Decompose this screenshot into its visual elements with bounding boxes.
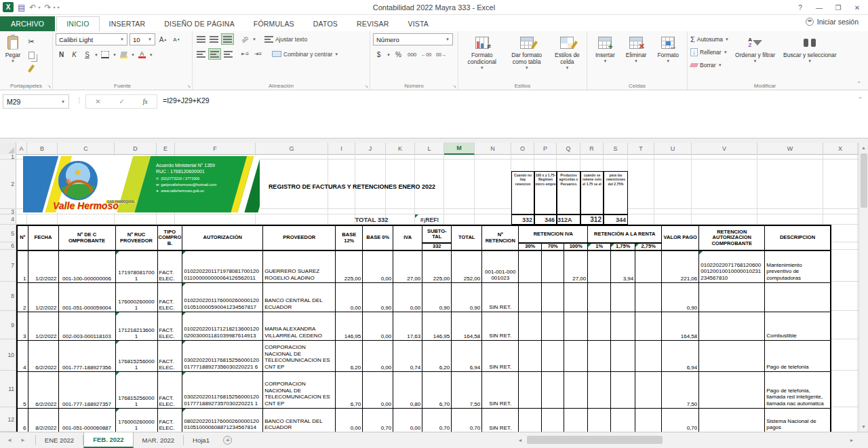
cell-subtotal[interactable]: 6,20	[422, 340, 452, 371]
cell-proveedor[interactable]: BANCO CENTRAL DEL ECUADOR	[263, 282, 336, 312]
fill-color-icon[interactable]	[118, 49, 130, 60]
column-header-u[interactable]: U	[654, 143, 692, 155]
sort-filter-button[interactable]: AZ Ordenar y filtrar▼	[733, 33, 777, 71]
autosum-button[interactable]: Σ Autosuma▼	[690, 33, 729, 45]
cell-autorizacion[interactable]: 0102202201176000260000120010510000590041…	[182, 282, 263, 312]
cell-descripcion[interactable]: Pago de telefonia	[765, 340, 831, 371]
cell-valor_pago[interactable]: 0,90	[662, 282, 699, 312]
cell-p1[interactable]	[588, 250, 611, 282]
italic-button[interactable]: K	[68, 49, 80, 60]
cell-total[interactable]: 0,70	[452, 408, 482, 432]
clear-button[interactable]: Borrar▼	[690, 59, 729, 71]
cell-r70[interactable]	[542, 408, 564, 432]
cell-p175[interactable]	[611, 340, 635, 371]
cell-r30[interactable]	[519, 340, 542, 371]
cell-p175[interactable]: 3,94	[611, 250, 635, 282]
cell-ruc[interactable]: 1760002600001	[115, 282, 157, 312]
cell-r100[interactable]	[564, 340, 588, 371]
header-tipo[interactable]: TIPO COMPRO B.	[157, 225, 182, 250]
header-base0[interactable]: BASE 0%	[363, 225, 393, 250]
ref-code-cell[interactable]: 312	[580, 214, 604, 225]
cell-r30[interactable]	[519, 282, 542, 312]
cell-n[interactable]: 4	[17, 340, 28, 371]
cell-comprobante[interactable]: 001-051-000059004	[58, 282, 115, 312]
sign-in-button[interactable]: Iniciar sesión	[806, 18, 859, 26]
cell-valor_pago[interactable]: 164,58	[662, 312, 699, 340]
conditional-formatting-button[interactable]: ≠ Formato condicional▼	[461, 33, 502, 71]
cell-iva[interactable]: 0,80	[393, 371, 422, 408]
cell-tipo[interactable]: FACT. ELEC.	[157, 408, 182, 432]
cell-base12[interactable]: 6,20	[336, 340, 363, 371]
cell-r100[interactable]	[564, 312, 588, 340]
column-header-x[interactable]: X	[823, 143, 858, 155]
cell-r30[interactable]	[519, 312, 542, 340]
formula-bar-collapse-icon[interactable]: ⌃	[858, 96, 863, 102]
cell-p275[interactable]	[635, 340, 662, 371]
cell-base12[interactable]: 225,00	[336, 250, 363, 282]
cell-base0[interactable]: 0,00	[363, 312, 393, 340]
cell-comprobante[interactable]: 001-100-000000006	[58, 250, 115, 282]
column-header-s[interactable]: S	[604, 143, 628, 155]
cell-tipo[interactable]: FACT. ELEC.	[157, 250, 182, 282]
cell-n[interactable]: 3	[17, 312, 28, 340]
cell-tipo[interactable]: FACT. ELEC.	[157, 282, 182, 312]
cell-r70[interactable]	[542, 340, 564, 371]
cell-p175[interactable]	[611, 408, 635, 432]
increase-decimal-icon[interactable]: ←00	[420, 49, 433, 60]
column-header-l[interactable]: L	[415, 143, 444, 155]
find-select-button[interactable]: Buscar y seleccionar▼	[781, 33, 838, 71]
column-header-d[interactable]: D	[115, 143, 157, 155]
column-header-b[interactable]: B	[27, 143, 58, 155]
cell-ret_aut[interactable]: 0102202207176812060000120010010000010231…	[699, 250, 765, 282]
merge-center-button[interactable]: Combinar y centrar▼	[271, 48, 340, 60]
header-iva100[interactable]: 100%	[564, 243, 588, 250]
cell-n[interactable]: 6	[17, 408, 28, 432]
format-painter-icon[interactable]	[26, 63, 37, 74]
ref-code-cell[interactable]: 312A	[557, 214, 580, 225]
row-header-7[interactable]: 7	[0, 250, 16, 282]
cell-r70[interactable]	[542, 371, 564, 408]
help-icon[interactable]: ?	[791, 0, 810, 15]
cell-proveedor[interactable]: CORPORACION NACIONAL DE TELECOMUNICACION…	[263, 340, 336, 371]
scroll-right-icon[interactable]: ►	[846, 438, 857, 443]
cell-iva[interactable]: 0,74	[393, 340, 422, 371]
header-renta175[interactable]: 1,75%	[611, 243, 635, 250]
column-header-v[interactable]: V	[692, 143, 757, 155]
column-header-a[interactable]: A	[16, 143, 27, 155]
ref-note-cell[interactable]: Productos agricoilas o Pecuarios	[557, 171, 580, 214]
font-dialog-launcher-icon[interactable]: ↘	[186, 83, 191, 89]
shrink-font-icon[interactable]: A▼	[171, 34, 182, 45]
cell-r100[interactable]	[564, 408, 588, 432]
cell-fecha[interactable]: 6/2/2022	[28, 371, 58, 408]
header-renta[interactable]: RETENCIÓN A LA RENTA	[588, 225, 662, 243]
cell-iva[interactable]: 0,00	[393, 408, 422, 432]
cell-n_retencion[interactable]: SIN RET.	[482, 312, 519, 340]
vertical-scroll-thumb[interactable]	[861, 153, 867, 208]
cell-p275[interactable]	[635, 371, 662, 408]
name-box-splitter[interactable]: ⋮	[76, 96, 83, 104]
cell-descripcion[interactable]: Pago de telefonia, llamada red inteligen…	[765, 371, 831, 408]
cell-subtotal[interactable]: 225,00	[422, 250, 452, 282]
align-bottom-icon[interactable]	[221, 33, 234, 45]
cell-p1[interactable]	[588, 371, 611, 408]
column-header-c[interactable]: C	[58, 143, 115, 155]
sheet-tab-mar-2022[interactable]: MAR. 2022	[134, 432, 184, 448]
ref-note-cell[interactable]: para las retenciones del 2,75%	[604, 171, 628, 214]
scroll-up-icon[interactable]: ▲	[859, 143, 868, 153]
sheet-tab-feb-2022[interactable]: FEB. 2022	[83, 432, 133, 448]
row-header-3[interactable]: 3	[0, 209, 16, 214]
ref-note-cell[interactable]: 100 x y 1.75- Regimen micro empre	[534, 171, 557, 214]
ref-code-cell[interactable]: 346	[534, 214, 557, 225]
cell-p275[interactable]	[635, 250, 662, 282]
cell-comprobante[interactable]: 002-003-000118103	[58, 312, 115, 340]
header-iva30[interactable]: 30%	[519, 243, 542, 250]
header-ruc[interactable]: Nº RUC PROVEEDOR	[115, 225, 157, 250]
cell-p1[interactable]	[588, 282, 611, 312]
cell-tipo[interactable]: FACT. ELEC.	[157, 340, 182, 371]
horizontal-scroll-thumb[interactable]	[527, 436, 663, 444]
cell-r30[interactable]	[519, 371, 542, 408]
header-retencion_iva[interactable]: RETENCION IVA	[519, 225, 588, 243]
insert-cells-button[interactable]: ＋ Insertar▼	[593, 33, 617, 65]
column-header-t[interactable]: T	[628, 143, 654, 155]
cell-total[interactable]: 164,58	[452, 312, 482, 340]
